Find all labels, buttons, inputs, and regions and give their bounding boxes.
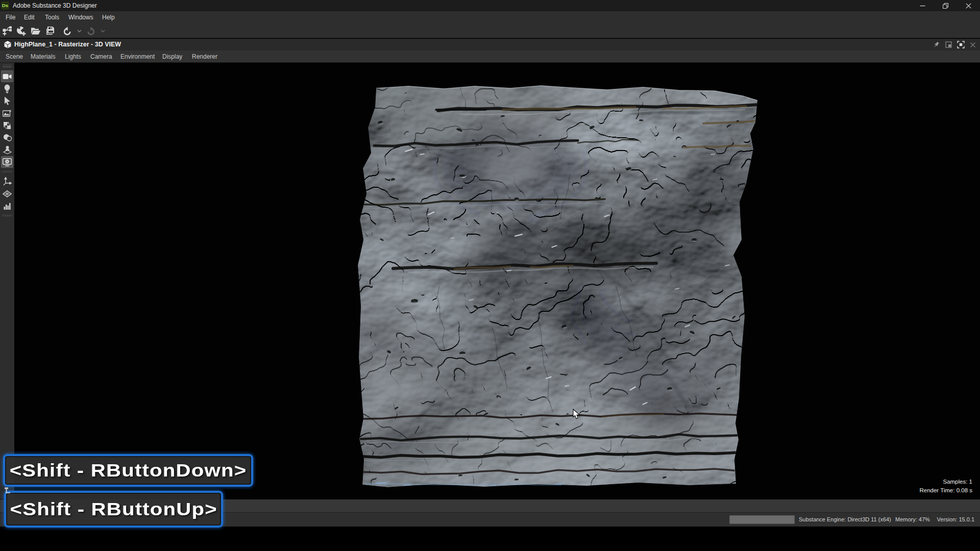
chevron-down-icon xyxy=(77,30,82,33)
menu-file[interactable]: File xyxy=(6,11,15,24)
close-icon xyxy=(970,42,976,48)
wireframe-tool-button[interactable] xyxy=(1,188,13,199)
new-graph-button[interactable] xyxy=(0,24,14,38)
close-button[interactable] xyxy=(957,0,980,11)
menu-materials[interactable]: Materials xyxy=(31,51,56,63)
menu-camera[interactable]: Camera xyxy=(90,51,112,63)
close-panel-button[interactable] xyxy=(967,39,979,51)
save-all-button[interactable] xyxy=(43,24,57,38)
redo-button[interactable] xyxy=(84,24,98,38)
float-icon xyxy=(945,41,952,48)
menu-edit[interactable]: Edit xyxy=(24,11,35,24)
toolbar-drag-handle[interactable] xyxy=(3,65,12,67)
version-label: Version: 15.0.1 xyxy=(937,513,974,527)
app-window: Ds Adobe Substance 3D Designer File Edit… xyxy=(0,0,980,551)
menu-windows[interactable]: Windows xyxy=(68,11,93,24)
recorder-marker-icon xyxy=(4,487,11,494)
pointer-tool-button[interactable] xyxy=(1,95,13,107)
minimize-icon xyxy=(920,3,925,9)
keypress-overlay-up: <Shift - RButtonUp> xyxy=(4,491,223,528)
pin-panel-button[interactable] xyxy=(930,39,942,51)
transform-tool-button[interactable] xyxy=(1,176,13,187)
material-spheres-icon xyxy=(3,134,12,141)
rock-render xyxy=(0,63,980,499)
render-hud: Samples: 1 Render Time: 0.08 s xyxy=(919,478,972,495)
undo-button[interactable] xyxy=(60,24,75,38)
app-logo-icon: Ds xyxy=(2,2,9,9)
menu-bar: File Edit Tools Windows Help xyxy=(0,11,980,24)
pov-character-icon xyxy=(3,145,12,154)
video-camera-icon xyxy=(3,73,12,80)
cube-icon xyxy=(4,41,11,48)
histogram-icon xyxy=(4,202,11,210)
redo-icon xyxy=(86,27,95,36)
hud-samples: Samples: 1 xyxy=(919,478,972,486)
display-settings-button[interactable] xyxy=(1,156,13,168)
materials-tool-button[interactable] xyxy=(1,132,13,143)
screen-background xyxy=(0,527,980,551)
menu-renderer[interactable]: Renderer xyxy=(192,51,217,63)
menu-scene[interactable]: Scene xyxy=(6,51,23,63)
pin-icon xyxy=(933,41,940,48)
bake-texture-icon xyxy=(3,121,11,130)
panel-title: HighPlane_1 - Rasterizer - 3D VIEW xyxy=(14,41,121,48)
environment-tool-button[interactable] xyxy=(1,107,13,119)
memory-label: Memory: 47% xyxy=(895,513,930,527)
light-tool-button[interactable] xyxy=(1,83,13,94)
menu-display[interactable]: Display xyxy=(162,51,182,63)
statistics-tool-button[interactable] xyxy=(1,200,13,212)
minimize-button[interactable] xyxy=(911,0,934,11)
menu-lights[interactable]: Lights xyxy=(65,51,81,63)
view-toolbar xyxy=(0,63,14,499)
panel-header: HighPlane_1 - Rasterizer - 3D VIEW xyxy=(0,39,980,51)
restore-button[interactable] xyxy=(934,0,957,11)
restore-icon xyxy=(943,3,948,9)
light-bulb-icon xyxy=(4,84,11,93)
menu-help[interactable]: Help xyxy=(102,11,115,24)
view-menu-bar: Scene Materials Lights Camera Environmen… xyxy=(0,51,980,63)
open-icon xyxy=(31,27,41,36)
save-all-icon xyxy=(45,26,55,36)
keypress-overlay-down: <Shift - RButtonDown> xyxy=(3,454,253,487)
new-graph-icon xyxy=(3,26,12,36)
environment-image-icon xyxy=(3,109,12,117)
hud-render-time: Render Time: 0.08 s xyxy=(919,486,972,495)
engine-label: Substance Engine: Direct3D 11 (x64) xyxy=(799,513,891,527)
display-gear-icon xyxy=(3,158,12,166)
undo-history-button[interactable] xyxy=(75,24,84,38)
new-package-button[interactable] xyxy=(14,24,29,38)
menu-tools[interactable]: Tools xyxy=(45,11,59,24)
open-button[interactable] xyxy=(29,24,43,38)
pointer-icon xyxy=(4,96,11,105)
mouse-cursor xyxy=(573,409,582,420)
toolbar-separator xyxy=(2,215,12,216)
maximize-icon xyxy=(957,41,965,48)
chevron-down-icon xyxy=(101,30,105,33)
bake-tool-button[interactable] xyxy=(1,119,13,131)
viewport-3d[interactable]: Samples: 1 Render Time: 0.08 s xyxy=(0,63,980,499)
redo-history-button[interactable] xyxy=(98,24,107,38)
pov-tool-button[interactable] xyxy=(1,144,13,156)
new-package-icon xyxy=(16,26,27,36)
undo-icon xyxy=(63,27,72,36)
transform-axis-icon xyxy=(3,177,12,186)
camera-tool-button[interactable] xyxy=(1,70,13,82)
toolbar-separator xyxy=(2,171,12,172)
float-panel-button[interactable] xyxy=(942,39,954,51)
close-icon xyxy=(966,3,971,9)
main-toolbar xyxy=(0,24,980,38)
keypress-text: <Shift - RButtonUp> xyxy=(10,499,217,519)
keypress-text: <Shift - RButtonDown> xyxy=(10,460,247,481)
title-bar: Ds Adobe Substance 3D Designer xyxy=(0,0,980,11)
menu-environment[interactable]: Environment xyxy=(120,51,155,63)
app-title: Adobe Substance 3D Designer xyxy=(13,2,97,9)
wireframe-plane-icon xyxy=(3,190,12,197)
maximize-panel-button[interactable] xyxy=(954,39,967,51)
progress-bar xyxy=(729,515,795,524)
